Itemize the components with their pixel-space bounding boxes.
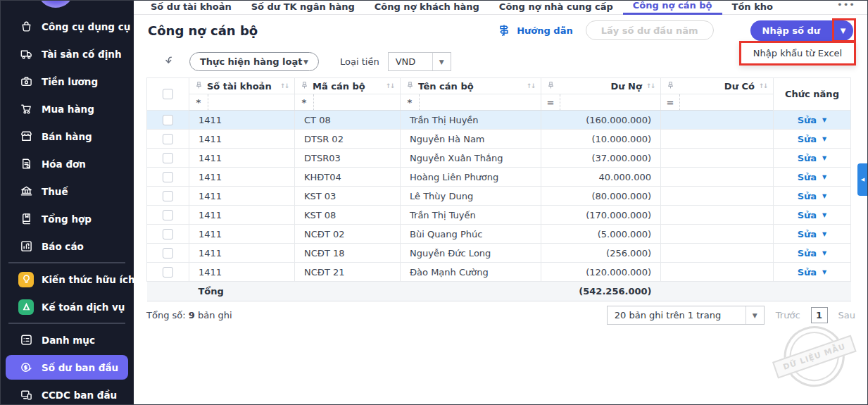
pin-icon[interactable] <box>667 81 674 92</box>
edit-button[interactable]: Sửa ▼ <box>798 134 827 144</box>
tab-ton-kho[interactable]: Tồn kho <box>722 1 783 14</box>
sidebar-item-danh-muc[interactable]: Danh mục <box>0 326 134 354</box>
filter-operator[interactable]: * <box>189 97 208 108</box>
table-row[interactable]: 1411 NCĐT 18 Nguyễn Đức Long (256.000) S… <box>147 244 851 263</box>
row-checkbox[interactable] <box>163 153 173 163</box>
table-row[interactable]: 1411 CT 08 Trần Thị Huyền (160.000.000) … <box>147 111 851 130</box>
sidebar-item-bao-cao[interactable]: Báo cáo <box>0 232 134 260</box>
page-size-select[interactable]: 20 bản ghi trên 1 trang ▼ <box>607 306 765 325</box>
column-header-ma-can-bo[interactable]: Mã cán bộ ↑↓ <box>295 78 401 94</box>
column-header-ten-can-bo[interactable]: Tên cán bộ ↑↓ <box>401 78 541 94</box>
chevron-down-icon[interactable]: ▼ <box>822 250 826 256</box>
sort-icon[interactable]: ↑↓ <box>527 82 535 89</box>
table-row[interactable]: 1411 NCĐT 21 Đào Mạnh Cường (120.000.000… <box>147 263 851 282</box>
row-checkbox[interactable] <box>163 248 173 258</box>
row-checkbox[interactable] <box>163 229 173 239</box>
panel-collapse-handle[interactable]: ◀ <box>857 163 868 196</box>
chevron-down-icon[interactable]: ▼ <box>822 231 826 237</box>
filter-cell-so-tai-khoan[interactable]: * <box>189 94 295 111</box>
sort-icon[interactable]: ↑↓ <box>646 82 655 89</box>
edit-button[interactable]: Sửa ▼ <box>798 172 827 182</box>
table-row[interactable]: 1411 DTSR 02 Nguyễn Hà Nam (10.000.000) … <box>147 130 851 149</box>
chevron-down-icon[interactable]: ▼ <box>822 212 826 218</box>
menu-item-import-from-excel[interactable]: Nhập khẩu từ Excel <box>739 41 856 66</box>
pin-icon[interactable] <box>195 81 203 92</box>
edit-button[interactable]: Sửa ▼ <box>798 191 827 201</box>
table-row[interactable]: 1411 KST 08 Trần Thị Tuyến (170.000.000)… <box>147 206 851 225</box>
import-balance-button[interactable]: Nhập số dư ▼ <box>750 20 854 41</box>
sidebar-item-ccdc-ban-dau[interactable]: CCDC ban đầu <box>0 381 134 405</box>
row-checkbox[interactable] <box>163 191 173 201</box>
sidebar-item-ke-toan-dich-vu[interactable]: Kế toán dịch vụ <box>0 293 134 320</box>
fetch-opening-balance-button[interactable]: Lấy số dư đầu năm <box>586 20 714 40</box>
sidebar-item-tien-luong[interactable]: Tiền lương <box>0 68 134 95</box>
sort-icon[interactable]: ↑↓ <box>759 82 767 89</box>
next-page-button[interactable]: Sau <box>838 310 855 320</box>
tab-cong-no-khach-hang[interactable]: Công nợ khách hàng <box>365 1 489 14</box>
filter-cell-ten-can-bo[interactable]: * <box>401 94 541 111</box>
column-header-du-co[interactable]: Dư Có ↑↓ <box>661 78 774 94</box>
prev-page-button[interactable]: Trước <box>776 310 800 320</box>
chevron-down-icon[interactable]: ▼ <box>822 174 826 180</box>
sidebar-item-cong-cu-dung-cu[interactable]: Công cụ dụng cụ <box>0 13 134 40</box>
table-row[interactable]: 1411 NCĐT 02 Bùi Quang Phúc (5.000.000) … <box>147 225 851 244</box>
filter-input[interactable] <box>313 94 400 110</box>
tabs-more-button[interactable]: ••• <box>837 0 868 14</box>
filter-operator[interactable]: * <box>295 97 313 108</box>
filter-input[interactable] <box>419 94 541 110</box>
sidebar-item-tong-hop[interactable]: Tổng hợp <box>0 205 134 232</box>
row-checkbox[interactable] <box>163 267 173 278</box>
filter-input[interactable] <box>560 94 660 110</box>
chevron-down-icon[interactable]: ▼ <box>822 117 826 123</box>
row-checkbox[interactable] <box>163 134 173 144</box>
filter-cell-du-no[interactable]: = <box>541 94 661 111</box>
edit-button[interactable]: Sửa ▼ <box>798 248 827 258</box>
sidebar-item-thue[interactable]: Thuế <box>0 177 134 205</box>
chevron-down-icon[interactable]: ▼ <box>832 20 853 41</box>
edit-button[interactable]: Sửa ▼ <box>798 115 827 125</box>
filter-input[interactable] <box>208 94 294 110</box>
sidebar-item-kien-thuc-huu-ich[interactable]: Kiến thức hữu ích <box>0 266 134 293</box>
sidebar-item-mua-hang[interactable]: Mua hàng <box>0 95 134 123</box>
filter-cell-ma-can-bo[interactable]: * <box>295 94 401 111</box>
column-header-so-tai-khoan[interactable]: Số tài khoản ↑↓ <box>189 78 295 94</box>
sidebar-item-tai-san-co-dinh[interactable]: Tài sản cố định <box>0 40 134 68</box>
edit-button[interactable]: Sửa ▼ <box>798 229 827 239</box>
pin-icon[interactable] <box>547 81 555 92</box>
pin-icon[interactable] <box>406 81 414 92</box>
tab-cong-no-nha-cung-cap[interactable]: Công nợ nhà cung cấp <box>489 1 623 14</box>
sidebar-item-ban-hang[interactable]: Bán hàng <box>0 123 134 150</box>
guide-button[interactable]: Hướng dẫn <box>497 23 573 37</box>
filter-operator[interactable]: * <box>401 97 419 108</box>
edit-button[interactable]: Sửa ▼ <box>798 210 827 220</box>
filter-input[interactable] <box>679 94 773 110</box>
filter-operator[interactable]: = <box>541 97 560 108</box>
table-row[interactable]: 1411 DTSR03 Nguyễn Xuân Thắng (37.000.00… <box>147 149 851 168</box>
table-row[interactable]: 1411 KST 03 Lê Thùy Dung (80.000.000) Sử… <box>147 187 851 206</box>
tab-cong-no-can-bo[interactable]: Công nợ cán bộ <box>623 0 722 15</box>
edit-button[interactable]: Sửa ▼ <box>798 153 827 163</box>
column-header-du-no[interactable]: Dư Nợ ↑↓ <box>541 78 661 94</box>
chevron-down-icon[interactable]: ▼ <box>822 193 826 199</box>
sort-icon[interactable]: ↑↓ <box>280 82 289 89</box>
sort-icon[interactable]: ↑↓ <box>386 82 394 89</box>
tab-so-du-tk-ngan-hang[interactable]: Số dư TK ngân hàng <box>241 1 365 14</box>
chevron-down-icon[interactable]: ▼ <box>822 136 826 142</box>
batch-action-select[interactable]: Thực hiện hàng loạt ▼ <box>189 52 319 71</box>
edit-button[interactable]: Sửa ▼ <box>798 267 827 278</box>
tab-so-du-tai-khoan[interactable]: Số dư tài khoản <box>141 1 241 14</box>
row-checkbox[interactable] <box>163 172 173 182</box>
sidebar-item-so-du-ban-dau[interactable]: Số dư ban đầu <box>0 354 134 381</box>
chevron-down-icon[interactable]: ▼ <box>822 269 826 275</box>
row-checkbox[interactable] <box>163 210 173 220</box>
pin-icon[interactable] <box>301 81 308 92</box>
current-page-number[interactable]: 1 <box>811 307 828 323</box>
filter-operator[interactable]: = <box>661 97 679 108</box>
select-all-checkbox[interactable] <box>163 89 173 99</box>
row-checkbox[interactable] <box>163 115 173 125</box>
currency-select[interactable]: VND ▼ <box>388 52 451 71</box>
table-row[interactable]: 1411 KHĐT04 Hoàng Liên Phương 40.000.000… <box>147 168 851 187</box>
filter-cell-du-co[interactable]: = <box>661 94 774 111</box>
app-logo[interactable] <box>37 0 74 8</box>
sidebar-item-hoa-don[interactable]: Hóa đơn <box>0 150 134 177</box>
